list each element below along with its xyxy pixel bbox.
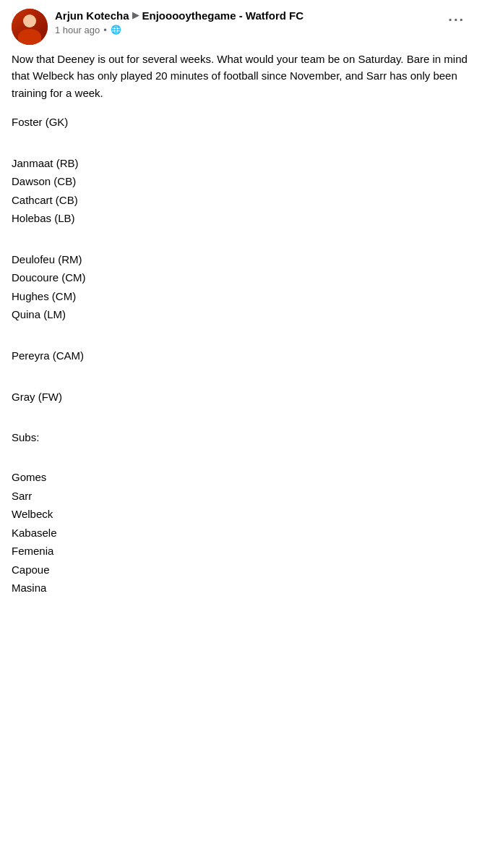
player-cb2: Cathcart (CB) xyxy=(12,191,470,210)
subs-label: Subs: xyxy=(12,429,470,446)
more-options-button[interactable]: ··· xyxy=(442,9,470,31)
group-name[interactable]: Enjooooythegame - Watford FC xyxy=(142,9,304,23)
header-names: Arjun Kotecha ▶ Enjooooythegame - Watfor… xyxy=(55,9,442,23)
gk-section: Foster (GK) xyxy=(12,113,470,132)
sub-6: Masina xyxy=(12,579,470,597)
player-lb: Holebas (LB) xyxy=(12,209,470,228)
midfield-section: Deulofeu (RM) Doucoure (CM) Hughes (CM) … xyxy=(12,250,470,324)
post-intro: Now that Deeney is out for several weeks… xyxy=(12,51,470,101)
sub-0: Gomes xyxy=(12,468,470,487)
post-header: Arjun Kotecha ▶ Enjooooythegame - Watfor… xyxy=(12,9,470,45)
subs-section: Subs: Gomes Sarr Welbeck Kabasele Femeni… xyxy=(12,429,470,597)
timestamp-row: 1 hour ago • 🌐 xyxy=(55,25,442,35)
player-cm1: Doucoure (CM) xyxy=(12,268,470,287)
sub-3: Kabasele xyxy=(12,524,470,542)
arrow-icon: ▶ xyxy=(132,9,139,22)
timestamp-dot: • xyxy=(103,25,107,35)
player-cm2: Hughes (CM) xyxy=(12,287,470,306)
attacking-section: Pereyra (CAM) xyxy=(12,346,470,365)
player-cam: Pereyra (CAM) xyxy=(12,346,470,365)
post-body: Now that Deeney is out for several weeks… xyxy=(12,51,470,597)
author-name[interactable]: Arjun Kotecha xyxy=(55,9,129,23)
player-cb1: Dawson (CB) xyxy=(12,172,470,191)
sub-1: Sarr xyxy=(12,487,470,506)
sub-4: Femenia xyxy=(12,542,470,561)
header-info: Arjun Kotecha ▶ Enjooooythegame - Watfor… xyxy=(55,9,442,35)
avatar-image xyxy=(12,9,48,45)
sub-2: Welbeck xyxy=(12,505,470,524)
sub-5: Capoue xyxy=(12,561,470,579)
player-gk: Foster (GK) xyxy=(12,113,470,132)
player-rb: Janmaat (RB) xyxy=(12,154,470,173)
timestamp: 1 hour ago xyxy=(55,25,100,35)
avatar xyxy=(12,9,48,45)
globe-icon: 🌐 xyxy=(111,25,121,35)
defense-section: Janmaat (RB) Dawson (CB) Cathcart (CB) H… xyxy=(12,154,470,228)
post-container: Arjun Kotecha ▶ Enjooooythegame - Watfor… xyxy=(0,0,482,612)
player-lm: Quina (LM) xyxy=(12,305,470,324)
forward-section: Gray (FW) xyxy=(12,388,470,407)
player-fw: Gray (FW) xyxy=(12,388,470,407)
player-rm: Deulofeu (RM) xyxy=(12,250,470,269)
